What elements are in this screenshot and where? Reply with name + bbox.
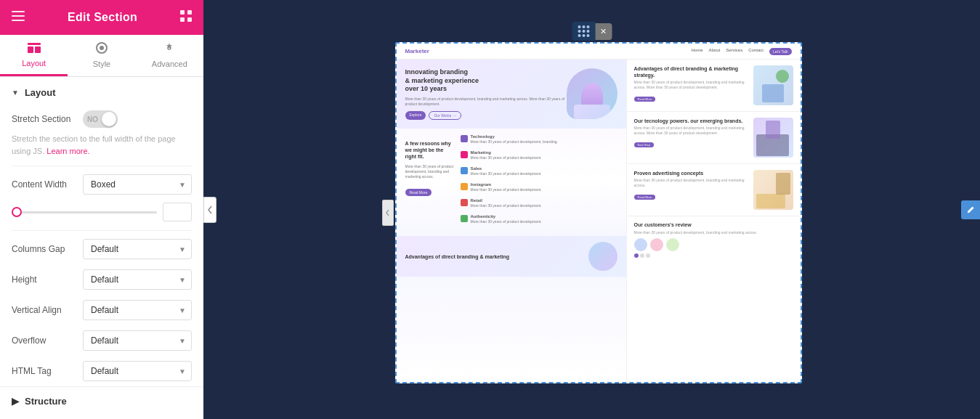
stretch-section-label: Stretch Section (12, 114, 77, 124)
vertical-align-label: Vertical Align (12, 305, 77, 315)
svg-rect-6 (187, 17, 192, 22)
preview-content: Marketer Home About Services Contact Let… (397, 44, 801, 382)
html-tag-wrapper: Default header footer main section ▼ (83, 361, 192, 381)
panel-content: ▼ Layout Stretch Section NO Stretch the … (0, 77, 203, 419)
preview-nav: Marketer Home About Services Contact Let… (397, 44, 801, 60)
tab-style[interactable]: Style (68, 35, 135, 76)
preview-card-1-img (753, 65, 793, 105)
columns-gap-label: Columns Gap (12, 244, 77, 254)
preview-bottom-globe (588, 242, 617, 271)
height-row: Height Default Fit To Screen Min Height … (0, 264, 203, 295)
svg-rect-3 (180, 10, 185, 15)
svg-rect-0 (12, 11, 25, 12)
layout-section-header[interactable]: ▼ Layout (0, 77, 203, 105)
preview-hero-image (567, 68, 617, 119)
width-slider[interactable] (12, 211, 157, 213)
structure-collapse-arrow: ▶ (12, 396, 19, 407)
svg-point-11 (100, 46, 104, 50)
divider-1 (12, 166, 192, 166)
preview-card-3: Proven advertising concepts More than 30… (627, 164, 801, 216)
preview-bottom-title: Advantages of direct branding & marketin… (405, 253, 583, 260)
width-value[interactable] (163, 203, 192, 221)
toggle-no-label: NO (87, 115, 98, 123)
overflow-row: Overflow Default Hidden ▼ (0, 325, 203, 356)
service-item-6: AuthenticityMore than 30 years of produc… (461, 214, 617, 224)
divider-2 (12, 230, 192, 231)
stretch-help-text: Stretch the section to the full width of… (0, 133, 203, 163)
service-item-5: RetailMore than 30 years of product deve… (461, 198, 617, 208)
preview-card-2-img (753, 118, 793, 158)
service-item-4: InstagramMore than 30 years of product d… (461, 182, 617, 192)
panel-title: Edit Section (68, 11, 137, 24)
content-width-label: Content Width (12, 179, 77, 190)
structure-section-title: Structure (25, 396, 67, 407)
preview-hero-btns: Explore Our Works → (405, 111, 567, 120)
tab-style-label: Style (93, 60, 110, 68)
right-edge-edit-btn[interactable] (961, 200, 980, 219)
overflow-select[interactable]: Default Hidden (83, 330, 192, 351)
preview-nav-links: Home About Services Contact Let's Talk (691, 48, 791, 55)
service-item-1: TechnologyMore than 30 years of product … (461, 134, 617, 145)
advanced-icon (163, 42, 175, 57)
learn-more-link[interactable]: Learn more. (46, 147, 89, 155)
preview-frame: Marketer Home About Services Contact Let… (395, 42, 802, 383)
tab-layout[interactable]: Layout (0, 35, 68, 76)
panel-header: Edit Section (0, 0, 203, 35)
tab-advanced[interactable]: Advanced (136, 35, 203, 76)
preview-hero-text: Innovating branding& marketing experienc… (405, 68, 567, 120)
content-width-wrapper: Boxed Full Width ▼ (83, 174, 192, 195)
html-tag-select[interactable]: Default header footer main section (83, 361, 192, 381)
preview-left-toggle[interactable] (203, 197, 216, 223)
svg-point-12 (168, 46, 171, 49)
review-dots (634, 253, 793, 258)
stretch-section-row: Stretch Section NO (0, 105, 203, 133)
columns-gap-row: Columns Gap Default No Gap Narrow Extend… (0, 234, 203, 264)
hamburger-icon[interactable] (12, 11, 25, 24)
vertical-align-select[interactable]: Default Top Middle Bottom (83, 300, 192, 320)
grid-icon[interactable] (180, 10, 192, 25)
columns-gap-wrapper: Default No Gap Narrow Extended Wide ▼ (83, 239, 192, 259)
preview-right-col: Advantages of direct branding & marketin… (626, 60, 801, 382)
preview-bottom-hero: Advantages of direct branding & marketin… (397, 236, 626, 277)
layout-collapse-arrow: ▼ (12, 89, 19, 97)
preview-hero-title: Innovating branding& marketing experienc… (405, 68, 567, 94)
html-tag-row: HTML Tag Default header footer main sect… (0, 356, 203, 386)
layout-icon (28, 43, 41, 56)
content-width-row: Content Width Boxed Full Width ▼ (0, 169, 203, 200)
tab-bar: Layout Style Advanced (0, 35, 203, 77)
tab-advanced-label: Advanced (152, 60, 187, 68)
width-slider-row (0, 200, 203, 227)
stretch-section-toggle[interactable]: NO (83, 110, 118, 128)
svg-rect-7 (28, 43, 41, 45)
service-item-2: MarketingMore than 30 years of product d… (461, 150, 617, 160)
preview-wrapper: Marketer Home About Services Contact Let… (216, 42, 980, 419)
preview-sidebar-handle[interactable] (382, 200, 394, 226)
tab-layout-label: Layout (22, 59, 46, 68)
height-label: Height (12, 274, 77, 285)
preview-card-1: Advantages of direct branding & marketin… (627, 60, 801, 112)
close-section-btn[interactable]: ✕ (595, 23, 612, 40)
preview-card-3-img (753, 170, 793, 210)
section-toolbar: ✕ (572, 22, 612, 41)
structure-section-header[interactable]: ▶ Structure (0, 386, 203, 415)
content-width-select[interactable]: Boxed Full Width (83, 174, 192, 195)
layout-section-title: Layout (25, 87, 56, 98)
move-dots-icon (578, 25, 589, 37)
overflow-wrapper: Default Hidden ▼ (83, 330, 192, 351)
main-preview-area: ✕ Marketer Home About Servi (203, 0, 980, 419)
website-preview: Marketer Home About Services Contact Let… (395, 42, 802, 383)
html-tag-label: HTML Tag (12, 366, 77, 376)
height-select[interactable]: Default Fit To Screen Min Height (83, 269, 192, 290)
move-handle[interactable] (572, 22, 595, 41)
columns-gap-select[interactable]: Default No Gap Narrow Extended Wide (83, 239, 192, 259)
svg-rect-5 (180, 17, 185, 22)
preview-hero: Innovating branding& marketing experienc… (397, 60, 626, 129)
svg-rect-9 (35, 46, 41, 53)
style-icon (96, 42, 108, 57)
height-wrapper: Default Fit To Screen Min Height ▼ (83, 269, 192, 290)
service-item-3: SalesMore than 30 years of product devel… (461, 166, 617, 176)
svg-rect-8 (28, 46, 33, 53)
preview-services: A few resoons why we might be the right … (397, 129, 626, 236)
vertical-align-row: Vertical Align Default Top Middle Bottom… (0, 295, 203, 325)
overflow-label: Overflow (12, 335, 77, 346)
